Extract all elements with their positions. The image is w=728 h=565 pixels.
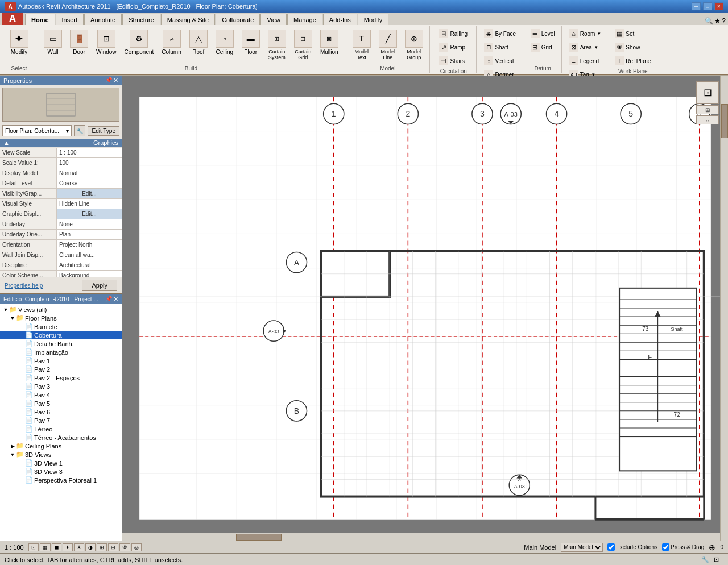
set-btn[interactable]: ▦ Set <box>612 27 637 40</box>
tree-item-pav2-espacos[interactable]: ▶ 📄 Pav 2 - Espaços <box>0 373 122 382</box>
apply-button[interactable]: Apply <box>82 280 117 291</box>
scale-value-value[interactable]: 100 <box>57 158 122 168</box>
model-text-btn[interactable]: T ModelText <box>350 27 374 63</box>
tree-item-ceiling-plans[interactable]: ▶ 📁 Ceiling Plans <box>0 442 122 450</box>
tab-insert[interactable]: Insert <box>56 14 84 25</box>
tab-view[interactable]: View <box>260 14 287 25</box>
tree-item-perspectiva[interactable]: ▶ 📄 Perspectiva Fotoreal 1 <box>0 476 122 484</box>
edit-type-btn[interactable]: Edit Type <box>88 126 119 136</box>
component-btn[interactable]: ⚙ Component <box>122 27 157 57</box>
railing-btn[interactable]: ⌸ Railing <box>436 27 470 40</box>
tree-item-cobertura[interactable]: ▶ 📄 Cobertura <box>0 331 122 339</box>
maximize-btn[interactable]: □ <box>703 2 712 10</box>
minimize-btn[interactable]: ─ <box>692 2 701 10</box>
properties-pin-icon[interactable]: 📌 <box>105 77 112 84</box>
tree-item-detalhe-banh[interactable]: ▶ 📄 Detalhe Banh. <box>0 339 122 348</box>
tab-manage[interactable]: Manage <box>287 14 322 25</box>
horizontal-scrollbar[interactable] <box>122 533 720 541</box>
temp-hide-btn[interactable]: 👁 <box>119 543 130 551</box>
tree-item-pav6[interactable]: ▶ 📄 Pav 6 <box>0 408 122 416</box>
expand-ceiling-plans[interactable]: ▶ <box>9 443 16 449</box>
room-btn[interactable]: ⌂ Room ▾ <box>566 27 604 40</box>
expand-floor-plans[interactable]: ▼ <box>9 315 16 321</box>
detail-level-value[interactable]: Coarse <box>57 178 122 188</box>
tab-collaborate[interactable]: Collaborate <box>216 14 260 25</box>
tree-item-pav5[interactable]: ▶ 📄 Pav 5 <box>0 399 122 408</box>
rendering-btn[interactable]: ✦ <box>63 543 73 551</box>
tab-addins[interactable]: Add-Ins <box>323 14 357 25</box>
graphic-disp-edit-btn[interactable]: Edit... <box>57 209 122 219</box>
curtain-grid-btn[interactable]: ⊟ CurtainGrid <box>291 27 315 63</box>
door-btn[interactable]: 🚪 Door <box>67 27 91 57</box>
section-collapse-icon[interactable]: ▲ <box>3 139 10 146</box>
vertical-scrollbar[interactable] <box>720 76 728 541</box>
wall-btn[interactable]: ▭ Wall <box>41 27 65 57</box>
underlay-ori-value[interactable]: Plan <box>57 230 122 239</box>
main-model-select[interactable]: Main Model <box>561 543 603 552</box>
tree-item-pav4[interactable]: ▶ 📄 Pav 4 <box>0 390 122 399</box>
crop-region-btn[interactable]: ⊞ <box>97 543 107 551</box>
app-menu-btn[interactable]: A <box>2 13 23 25</box>
view-scale-value[interactable]: 1 : 100 <box>57 148 122 157</box>
tree-item-terreo[interactable]: ▶ 📄 Térreo <box>0 425 122 433</box>
show-crop-btn[interactable]: ⊟ <box>108 543 118 551</box>
ramp-btn[interactable]: ↗ Ramp <box>436 41 468 53</box>
expand-views-all[interactable]: ▼ <box>2 307 9 313</box>
tree-item-pav1[interactable]: ▶ 📄 Pav 1 <box>0 356 122 365</box>
scrollbar-thumb-h[interactable] <box>236 534 282 541</box>
sun-path-btn[interactable]: ☀ <box>74 543 84 551</box>
display-model-value[interactable]: Normal <box>57 168 122 178</box>
area-btn[interactable]: ⊠ Area ▾ <box>566 41 601 53</box>
tree-item-3d-view-3[interactable]: ▶ 📄 3D View 3 <box>0 467 122 476</box>
level-btn[interactable]: ═ Level <box>528 27 558 40</box>
scrollbar-thumb-v[interactable] <box>721 104 728 138</box>
underlay-value[interactable]: None <box>57 219 122 229</box>
tree-item-implantacao[interactable]: ▶ 📄 Implantação <box>0 348 122 356</box>
curtain-system-btn[interactable]: ⊞ CurtainSystem <box>265 27 289 63</box>
wall-join-value[interactable]: Clean all wa... <box>57 250 122 260</box>
tab-modify[interactable]: Modify <box>358 14 388 25</box>
tab-massing[interactable]: Massing & Site <box>161 14 215 25</box>
tree-item-terreo-acabamentos[interactable]: ▶ 📄 Térreo - Acabamentos <box>0 433 122 442</box>
view-type-dropdown[interactable]: Floor Plan: Cobertu... ▾ <box>2 125 72 136</box>
color-scheme-value[interactable]: Background <box>57 271 122 277</box>
visibility-edit-btn[interactable]: Edit... <box>57 189 122 198</box>
tab-structure[interactable]: Structure <box>122 14 160 25</box>
tree-item-pav7[interactable]: ▶ 📄 Pav 7 <box>0 416 122 425</box>
wireframe-btn[interactable]: ⊡ <box>28 543 39 551</box>
props-icon-btn[interactable]: 🔧 <box>74 125 85 136</box>
orientation-value[interactable]: Project North <box>57 240 122 250</box>
tree-item-views-all[interactable]: ▼ 📁 Views (all) <box>0 305 122 314</box>
mullion-btn[interactable]: ⊠ Mullion <box>317 27 341 57</box>
expand-3d-views[interactable]: ▼ <box>9 452 16 458</box>
zoom-region-btn[interactable]: ⊞ <box>696 105 719 114</box>
shadows-btn[interactable]: ◑ <box>85 543 96 551</box>
show-btn[interactable]: 👁 Show <box>612 41 643 53</box>
visual-style-value[interactable]: Hidden Line <box>57 199 122 209</box>
properties-help-link[interactable]: Properties help <box>2 281 45 290</box>
column-btn[interactable]: ⌿ Column <box>159 27 184 57</box>
tab-home[interactable]: Home <box>25 14 55 25</box>
ref-plane-btn[interactable]: ⊺ Ref Plane <box>612 55 653 67</box>
modify-btn[interactable]: ✦ Modify <box>7 27 31 57</box>
ceiling-btn[interactable]: ▫ Ceiling <box>213 27 237 57</box>
press-drag-checkbox[interactable] <box>662 543 669 551</box>
legend-btn[interactable]: ≡ Legend <box>566 55 602 67</box>
tree-item-3d-views[interactable]: ▼ 📁 3D Views <box>0 450 122 459</box>
exclude-options-checkbox[interactable] <box>607 543 615 551</box>
hidden-line-btn[interactable]: ▦ <box>40 543 51 551</box>
reveal-hidden-btn[interactable]: ◎ <box>131 543 142 551</box>
tree-item-floor-plans[interactable]: ▼ 📁 Floor Plans <box>0 314 122 322</box>
close-btn[interactable]: ✕ <box>714 2 723 10</box>
tree-item-barrilete[interactable]: ▶ 📄 Barrilete <box>0 322 122 331</box>
shaft-btn[interactable]: ⊓ Shaft <box>481 41 511 53</box>
tree-item-3d-view-1[interactable]: ▶ 📄 3D View 1 <box>0 459 122 467</box>
floor-btn[interactable]: ▬ Floor <box>239 27 263 57</box>
pb-close-icon[interactable]: ✕ <box>113 296 118 303</box>
model-line-btn[interactable]: ╱ ModelLine <box>376 27 400 63</box>
window-btn[interactable]: ⊡ Window <box>93 27 119 57</box>
pb-pin-icon[interactable]: 📌 <box>105 296 112 303</box>
tree-item-pav3[interactable]: ▶ 📄 Pav 3 <box>0 382 122 390</box>
pan-btn[interactable]: ↔ <box>696 115 719 124</box>
discipline-value[interactable]: Architectural <box>57 260 122 270</box>
